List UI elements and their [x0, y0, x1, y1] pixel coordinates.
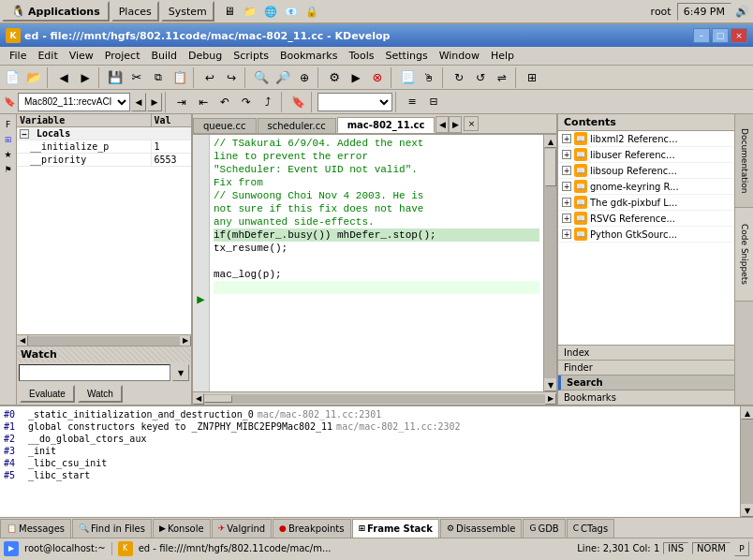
tb-run[interactable]: ▶ [346, 67, 366, 88]
menu-scripts[interactable]: Scripts [228, 49, 274, 63]
expand-0[interactable]: + [562, 134, 571, 143]
right-vtab-snippets[interactable]: Code Snippets [735, 208, 753, 302]
btab-findinfiles[interactable]: 🔍 Find in Files [72, 519, 152, 538]
taskbar-icon-4[interactable]: 📧 [282, 2, 301, 21]
menu-bookmarks[interactable]: Bookmarks [274, 49, 343, 63]
tb-doc[interactable]: 📃 [397, 67, 418, 88]
menu-help[interactable]: Help [485, 49, 520, 63]
menu-edit[interactable]: Edit [32, 49, 63, 63]
tab-scheduler-cc[interactable]: scheduler.cc [258, 118, 336, 133]
tb-copy[interactable]: ⧉ [148, 67, 169, 88]
tb-stop[interactable]: ⊗ [367, 67, 388, 88]
tab-arrow-left[interactable]: ◀ [436, 116, 449, 133]
volume-icon[interactable]: 🔊 [733, 5, 751, 18]
contents-item-3[interactable]: + 📖 gnome-keyring R... [558, 179, 734, 195]
taskbar-icon-5[interactable]: 🔒 [303, 2, 321, 21]
taskbar-icon-3[interactable]: 🌐 [261, 2, 280, 21]
mode-combo[interactable] [317, 93, 392, 111]
right-tab-bookmarks[interactable]: Bookmarks [558, 391, 734, 405]
menu-window[interactable]: Window [434, 49, 485, 63]
expand-5[interactable]: + [562, 214, 571, 223]
watch-button[interactable]: Watch [78, 385, 123, 403]
btab-breakpoints[interactable]: ● Breakpoints [273, 519, 350, 538]
tb2-outdent[interactable]: ⇤ [193, 92, 214, 112]
watch-expression-input[interactable] [19, 364, 170, 381]
btab-messages[interactable]: 📋 Messages [0, 519, 71, 538]
menu-settings[interactable]: Settings [380, 49, 434, 63]
bscroll-down[interactable]: ▼ [741, 504, 753, 517]
panel-btn[interactable]: P [734, 541, 749, 556]
menu-view[interactable]: View [64, 49, 99, 63]
watch-dropdown-btn[interactable]: ▼ [172, 364, 189, 381]
tb-new[interactable]: 📄 [2, 67, 22, 88]
evaluate-button[interactable]: Evaluate [20, 385, 75, 403]
tb-build-btn[interactable]: ⚙ [324, 67, 345, 88]
tb2-input2[interactable]: ⊟ [423, 92, 444, 112]
contents-item-6[interactable]: + 📖 Python GtkSourc... [558, 227, 734, 243]
applications-menu[interactable]: 🐧 Applications [2, 1, 110, 22]
system-menu[interactable]: System [161, 1, 214, 22]
tb-search-icon[interactable]: 🔍 [251, 67, 272, 88]
taskbar-icon-1[interactable]: 🖥 [220, 2, 239, 21]
tab-mac-802-11-cc[interactable]: mac-802_11.cc [337, 117, 436, 133]
tab-close-btn[interactable]: × [464, 116, 479, 131]
right-tab-search[interactable]: Search [558, 376, 734, 391]
tb2-arrow-left[interactable]: ◀ [131, 93, 146, 111]
tb-paste[interactable]: 📋 [170, 67, 190, 88]
contents-item-2[interactable]: + 📖 libsoup Referenc... [558, 163, 734, 179]
tab-arrow-right[interactable]: ▶ [449, 116, 462, 133]
contents-item-4[interactable]: + 📖 The gdk-pixbuf L... [558, 195, 734, 211]
tb-zoom[interactable]: ⊕ [294, 67, 315, 88]
contents-item-5[interactable]: + 📖 RSVG Reference... [558, 211, 734, 227]
btab-gdb[interactable]: G GDB [523, 519, 565, 538]
expand-1[interactable]: + [562, 150, 571, 159]
menu-file[interactable]: File [4, 49, 32, 63]
tb-redo[interactable]: ↪ [221, 67, 242, 88]
tb-replace[interactable]: 🔎 [273, 67, 293, 88]
menu-debug[interactable]: Debug [183, 49, 228, 63]
tb2-bookmark2[interactable]: 🔖 [288, 92, 308, 112]
tb-rotate-cw[interactable]: ↻ [449, 67, 469, 88]
tb-grid[interactable]: ⊞ [522, 67, 542, 88]
btab-konsole[interactable]: ▶ Konsole [153, 519, 211, 538]
tb2-arrow-right[interactable]: ▶ [147, 93, 162, 111]
scroll-down-btn[interactable]: ▼ [544, 378, 556, 391]
tab-queue-cc[interactable]: queue.cc [193, 118, 257, 133]
contents-item-0[interactable]: + 📖 libxml2 Referenc... [558, 131, 734, 147]
tb-forward[interactable]: ▶ [75, 67, 96, 88]
right-vtab-documentation[interactable]: Documentation [735, 114, 753, 208]
scroll-up-btn[interactable]: ▲ [544, 135, 556, 148]
tb2-indent[interactable]: ⇥ [171, 92, 192, 112]
expand-icon[interactable]: – [20, 129, 29, 139]
btab-ctags[interactable]: C CTags [567, 519, 614, 538]
btab-valgrind[interactable]: ✈ Valgrind [212, 519, 272, 538]
bscroll-up[interactable]: ▲ [741, 406, 753, 420]
bottom-vscrollbar[interactable]: ▲ ▼ [740, 406, 753, 517]
menu-tools[interactable]: Tools [343, 49, 379, 63]
scroll-thumb[interactable] [545, 149, 556, 186]
taskbar-icon-2[interactable]: 📁 [241, 2, 259, 21]
tb-save[interactable]: 💾 [105, 67, 126, 88]
tb-undo[interactable]: ↩ [199, 67, 220, 88]
btab-disassemble[interactable]: ⚙ Disassemble [440, 519, 523, 538]
expand-4[interactable]: + [562, 198, 571, 207]
tb-snap[interactable]: 🖱 [419, 67, 439, 88]
tb-back[interactable]: ◀ [53, 67, 74, 88]
var-hscrollbar[interactable]: ◀ ▶ [17, 334, 191, 346]
code-content[interactable]: // TSakurai 6/9/04. Added the next line … [210, 135, 543, 391]
expand-3[interactable]: + [562, 182, 571, 191]
tb-open[interactable]: 📂 [23, 67, 44, 88]
close-button[interactable]: × [731, 28, 747, 43]
tb2-step-out[interactable]: ⤴ [258, 92, 278, 112]
tb2-step[interactable]: ↶ [214, 92, 235, 112]
tb-rotate-ccw[interactable]: ↺ [470, 67, 491, 88]
strip-icon-f2[interactable]: ⊞ [2, 133, 15, 146]
right-tab-index[interactable]: Index [558, 346, 734, 361]
expand-2[interactable]: + [562, 166, 571, 175]
strip-icon-p[interactable]: ⚑ [2, 163, 15, 176]
expand-6[interactable]: + [562, 229, 571, 239]
minimize-button[interactable]: – [693, 28, 710, 43]
tb-flip[interactable]: ⇌ [492, 67, 512, 88]
btab-framestack[interactable]: ⊞ Frame Stack [352, 519, 439, 538]
tb-cut[interactable]: ✂ [126, 67, 147, 88]
